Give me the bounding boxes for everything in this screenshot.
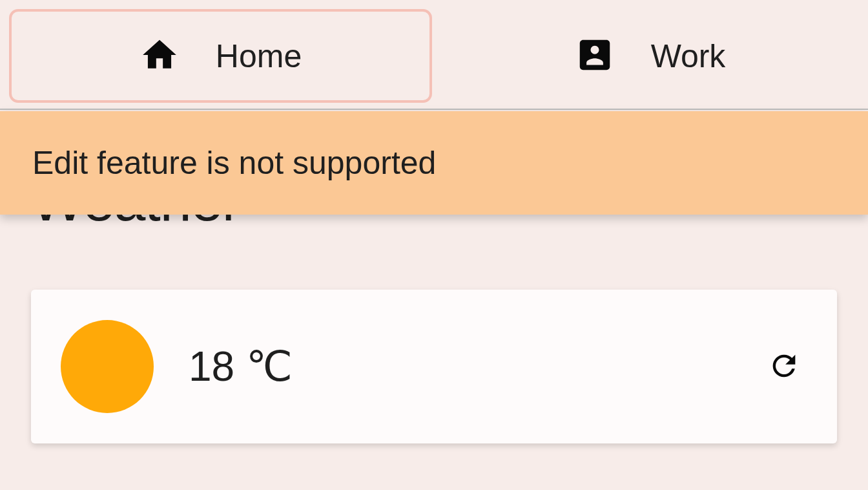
person-icon [575, 35, 615, 78]
tab-work-label: Work [651, 37, 726, 75]
snackbar: Edit feature is not supported [0, 111, 868, 215]
tab-bar: Home Work [0, 0, 868, 110]
refresh-icon [767, 375, 801, 385]
home-icon [140, 35, 180, 78]
tab-home[interactable]: Home [9, 9, 432, 103]
snackbar-message: Edit feature is not supported [32, 144, 436, 182]
sun-icon [61, 320, 154, 413]
refresh-button[interactable] [761, 343, 807, 391]
weather-card: 18 ℃ [31, 290, 837, 443]
tab-home-label: Home [216, 37, 302, 75]
temperature-value: 18 ℃ [189, 343, 761, 390]
tab-work[interactable]: Work [441, 9, 859, 103]
